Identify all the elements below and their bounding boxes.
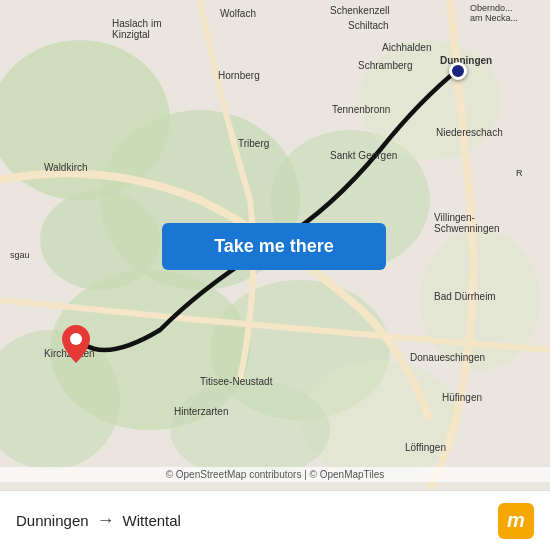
svg-point-6 (40, 190, 160, 290)
label-schiltach: Schiltach (348, 20, 389, 31)
label-triberg: Triberg (238, 138, 269, 149)
label-hornberg: Hornberg (218, 70, 260, 81)
label-st-georgen: Sankt Georgen (330, 150, 397, 161)
label-tennenbronn: Tennenbronn (332, 104, 390, 115)
label-wolfach: Wolfach (220, 8, 256, 19)
label-donaueschingen: Donaueschingen (410, 352, 485, 363)
label-niedereschach: Niedereschach (436, 127, 503, 138)
label-loffingen: Löffingen (405, 442, 446, 453)
destination-label: Wittental (123, 512, 181, 529)
label-hufingen: Hüfingen (442, 392, 482, 403)
moovit-logo: m (498, 503, 534, 539)
label-villingen: Villingen-Schwenningen (434, 212, 500, 234)
label-schenkenzell: Schenkenzell (330, 5, 389, 16)
destination-marker (449, 62, 467, 80)
label-bad-durrheim: Bad Dürrheim (434, 291, 496, 302)
label-schramberg: Schramberg (358, 60, 412, 71)
footer-bar: Dunningen → Wittental m (0, 490, 550, 550)
moovit-icon: m (498, 503, 534, 539)
label-titisee: Titisee-Neustadt (200, 376, 272, 387)
origin-label: Dunningen (16, 512, 89, 529)
map-container: Wolfach Schenkenzell Schiltach Oberndo..… (0, 0, 550, 490)
label-sgau: sgau (10, 250, 30, 260)
label-hinterzarten: Hinterzarten (174, 406, 228, 417)
origin-marker (62, 325, 90, 367)
label-rg: R (516, 168, 523, 178)
arrow-icon: → (97, 510, 115, 531)
svg-point-12 (70, 333, 82, 345)
route-info: Dunningen → Wittental (16, 510, 181, 531)
take-me-there-label: Take me there (214, 236, 334, 257)
take-me-there-button[interactable]: Take me there (162, 223, 386, 270)
label-aichhalden: Aichhalden (382, 42, 431, 53)
svg-point-11 (170, 380, 330, 480)
label-waldkirch: Waldkirch (44, 162, 88, 173)
map-attribution: © OpenStreetMap contributors | © OpenMap… (0, 467, 550, 482)
label-oberndorf: Oberndo...am Necka... (470, 3, 518, 23)
label-haslach: Haslach imKinzigtal (112, 18, 161, 40)
